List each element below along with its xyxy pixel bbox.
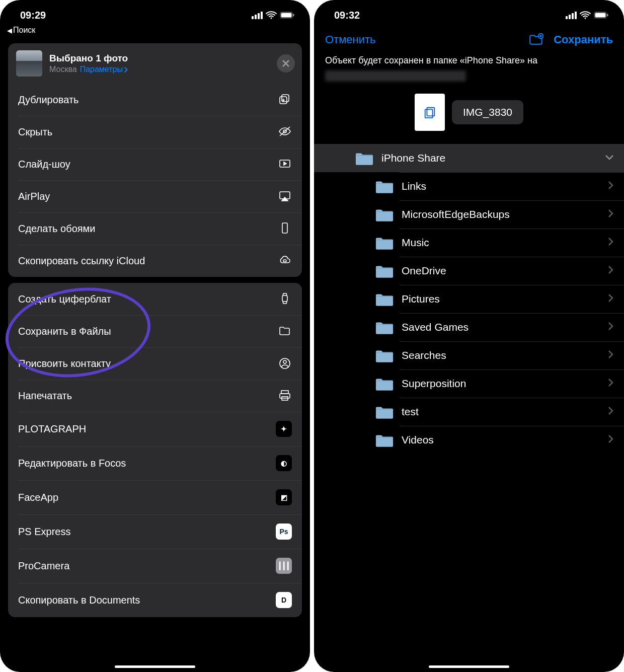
chevron-down-icon [605, 154, 614, 163]
chevron-right-icon [608, 293, 614, 305]
folder-row[interactable]: test [314, 398, 624, 426]
folder-icon [374, 178, 395, 194]
folder-icon [374, 263, 395, 279]
action-app-focos[interactable]: Редактировать в Focos◐ [8, 446, 302, 480]
folder-name: Links [402, 180, 608, 192]
action-app-plotagraph[interactable]: PLOTAGRAPH✦ [8, 412, 302, 446]
file-preview: IMG_3830 [314, 82, 624, 144]
action-app-procamera[interactable]: ProCamera┃┃┃ [8, 549, 302, 583]
status-icons [566, 11, 609, 19]
nav-bar: Отменить Сохранить [314, 25, 624, 52]
breadcrumb-label: Поиск [13, 26, 35, 35]
folder-name: Saved Games [402, 321, 608, 333]
photo-thumbnail[interactable] [16, 50, 42, 77]
folder-row[interactable]: MicrosoftEdgeBackups [314, 200, 624, 229]
battery-icon [280, 12, 295, 19]
document-thumbnail[interactable] [415, 94, 445, 131]
folder-row[interactable]: Music [314, 229, 624, 257]
printer-icon [278, 389, 292, 403]
action-phone-rect[interactable]: Сделать обоями [8, 212, 302, 245]
svg-point-28 [585, 18, 586, 19]
person-circle-icon [278, 356, 292, 370]
share-params-label: Параметры [80, 65, 123, 74]
cancel-button[interactable]: Отменить [325, 33, 376, 46]
play-rect-icon [278, 157, 292, 171]
action-play-rect[interactable]: Слайд-шоу [8, 148, 302, 180]
share-params-link[interactable]: Параметры [80, 65, 128, 74]
svg-rect-30 [595, 13, 606, 18]
new-folder-button[interactable] [528, 32, 543, 47]
action-watch[interactable]: Создать циферблат [8, 283, 302, 315]
action-duplicate[interactable]: Дублировать [8, 84, 302, 116]
action-label: Сохранить в Файлы [18, 326, 111, 337]
folder-row-selected[interactable]: iPhone Share [314, 144, 624, 172]
action-airplay[interactable]: AirPlay [8, 180, 302, 212]
action-person-circle[interactable]: Присвоить контакту [8, 347, 302, 380]
action-label: Редактировать в Focos [18, 458, 126, 469]
folder-row[interactable]: Videos [314, 426, 624, 454]
action-label: FaceApp [18, 492, 58, 503]
action-label: Дублировать [18, 94, 79, 106]
action-app-faceapp[interactable]: FaceApp◩ [8, 480, 302, 514]
folder-list: iPhone Share Links MicrosoftEdgeBackups … [314, 144, 624, 454]
folder-icon [374, 404, 395, 420]
action-app-documents[interactable]: Скопировать в DocumentsD [8, 583, 302, 617]
action-label: Скрыть [18, 126, 52, 138]
chevron-right-icon [608, 434, 614, 445]
close-button[interactable] [277, 54, 295, 72]
action-printer[interactable]: Напечатать [8, 380, 302, 412]
right-phone-save-files: 09:32 Отменить Сохранить Объект будет со… [314, 0, 624, 672]
share-header: Выбрано 1 фото Москва Параметры [8, 43, 302, 84]
action-icloud-link[interactable]: Скопировать ссылку iCloud [8, 245, 302, 277]
watch-icon [278, 292, 292, 306]
chevron-right-icon [608, 181, 614, 192]
folder-row[interactable]: Links [314, 172, 624, 200]
action-label: Напечатать [18, 390, 72, 402]
share-title: Выбрано 1 фото [49, 53, 128, 64]
folder-name: Pictures [402, 293, 608, 305]
home-indicator[interactable] [429, 665, 509, 668]
svg-rect-31 [607, 14, 608, 17]
app-focos-icon: ◐ [276, 455, 292, 471]
wifi-icon [266, 11, 277, 19]
folder-name: Searches [402, 349, 608, 361]
action-label: ProCamera [18, 560, 69, 572]
home-indicator[interactable] [115, 665, 195, 668]
left-phone-share-sheet: 09:29 ◂ Поиск Выбрано 1 фото Москва Пара… [0, 0, 310, 672]
folder-icon [374, 347, 395, 363]
folder-icon [374, 376, 395, 392]
action-app-ps[interactable]: PS ExpressPs [8, 514, 302, 549]
chevron-right-icon [608, 237, 614, 248]
folder-row[interactable]: Searches [314, 341, 624, 369]
save-button[interactable]: Сохранить [554, 33, 613, 46]
action-folder[interactable]: Сохранить в Файлы [8, 315, 302, 347]
folder-name: test [402, 406, 608, 418]
app-ps-icon: Ps [276, 524, 292, 540]
folder-icon [374, 206, 395, 222]
folder-name: MicrosoftEdgeBackups [402, 208, 608, 220]
action-label: Создать циферблат [18, 293, 111, 305]
phone-rect-icon [278, 221, 292, 236]
folder-row[interactable]: Saved Games [314, 313, 624, 341]
app-procamera-icon: ┃┃┃ [276, 558, 292, 574]
duplicate-icon [278, 93, 292, 107]
action-label: PLOTAGRAPH [18, 423, 86, 435]
folder-name: iPhone Share [381, 152, 605, 164]
action-label: AirPlay [18, 191, 50, 202]
save-destination-message: Объект будет сохранен в папке «iPhone Sh… [314, 52, 624, 66]
action-group-2: Создать циферблатСохранить в ФайлыПрисво… [8, 283, 302, 617]
breadcrumb-back[interactable]: ◂ Поиск [0, 25, 310, 38]
action-eye-slash[interactable]: Скрыть [8, 116, 302, 148]
status-time: 09:29 [20, 10, 46, 21]
chevron-right-icon [608, 322, 614, 333]
folder-row[interactable]: Superposition [314, 369, 624, 398]
app-faceapp-icon: ◩ [276, 489, 292, 505]
share-location: Москва [49, 65, 77, 74]
folder-row[interactable]: OneDrive [314, 257, 624, 285]
file-name-field[interactable]: IMG_3830 [452, 100, 523, 124]
status-bar: 09:32 [314, 0, 624, 25]
airplay-icon [278, 189, 292, 203]
action-label: Скопировать ссылку iCloud [18, 255, 145, 267]
folder-row[interactable]: Pictures [314, 285, 624, 313]
folder-icon [374, 235, 395, 251]
